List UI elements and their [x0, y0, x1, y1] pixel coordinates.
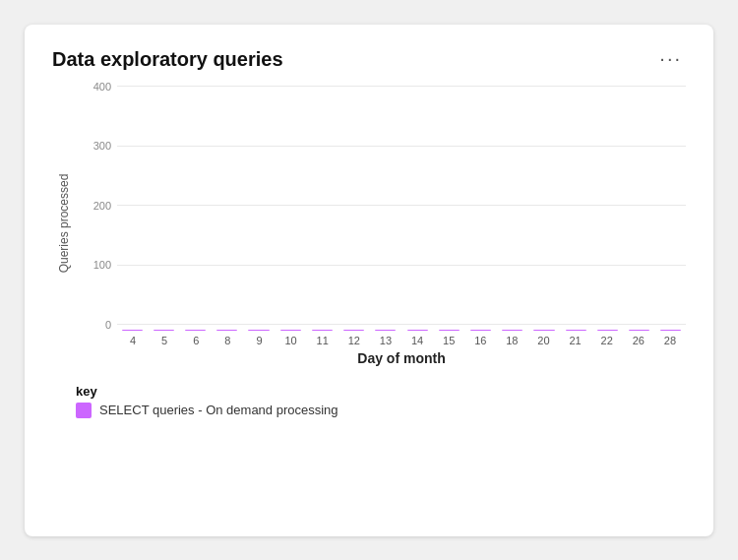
bar-col [276, 330, 305, 331]
bar [597, 330, 618, 331]
x-tick-label: 6 [180, 335, 212, 346]
bar-col [402, 330, 432, 331]
bar [470, 330, 491, 331]
bar [566, 330, 586, 331]
bar-col [180, 330, 210, 331]
x-tick-label: 13 [370, 335, 401, 346]
bar [185, 330, 206, 331]
chart-card: Data exploratory queries ··· Queries pro… [25, 25, 713, 536]
bar [439, 330, 460, 331]
bar-col [149, 330, 178, 331]
chart-grid: 4003002001000 [80, 81, 686, 331]
bar-col [529, 330, 559, 331]
chart-area: Queries processed 4003002001000 45689101… [52, 81, 686, 366]
bar [502, 330, 523, 331]
x-tick-label: 16 [464, 335, 496, 346]
y-axis-label: Queries processed [57, 173, 71, 273]
x-tick-label: 10 [276, 335, 307, 346]
bar-col [434, 330, 463, 331]
bar-col [339, 330, 369, 331]
bar [312, 330, 333, 331]
legend-label: SELECT queries - On demand processing [99, 403, 338, 417]
bar [216, 330, 237, 331]
bar-col [656, 330, 686, 331]
legend-key-label: key [76, 384, 686, 399]
bar-col [561, 330, 590, 331]
card-header: Data exploratory queries ··· [52, 48, 686, 71]
bar-col [498, 330, 527, 331]
bar-col [117, 330, 147, 331]
x-tick-label: 9 [243, 335, 275, 346]
y-tick-label: 400 [80, 81, 111, 93]
y-axis-label-wrap: Queries processed [52, 81, 76, 366]
bar [154, 330, 174, 331]
bar [280, 330, 301, 331]
bar-col [213, 330, 242, 331]
x-tick-label: 22 [591, 335, 623, 346]
x-axis: 4568910111213141516182021222628 [117, 335, 686, 346]
bar [660, 330, 681, 331]
x-tick-label: 4 [117, 335, 149, 346]
bar [375, 330, 396, 331]
card-title: Data exploratory queries [52, 48, 283, 71]
x-tick-label: 21 [560, 335, 591, 346]
x-tick-label: 11 [307, 335, 338, 346]
bars-container [117, 81, 686, 331]
legend-swatch [76, 403, 92, 418]
bar [122, 330, 143, 331]
y-tick-label: 0 [80, 319, 111, 331]
y-tick-label: 100 [80, 259, 111, 271]
x-tick-label: 26 [623, 335, 654, 346]
bar-col [592, 330, 622, 331]
y-tick-label: 300 [80, 140, 111, 152]
x-tick-label: 14 [401, 335, 433, 346]
bar-col [307, 330, 337, 331]
bar-col [465, 330, 495, 331]
bar [533, 330, 554, 331]
bar-col [625, 330, 654, 331]
x-axis-title: Day of month [117, 350, 686, 366]
bar-col [371, 330, 400, 331]
bar [343, 330, 364, 331]
legend-item: SELECT queries - On demand processing [76, 403, 686, 418]
chart-inner: 4003002001000 45689101112131415161820212… [80, 81, 686, 366]
bar-col [244, 330, 274, 331]
x-tick-label: 5 [149, 335, 180, 346]
bar [629, 330, 649, 331]
bar [248, 330, 269, 331]
x-tick-label: 18 [496, 335, 527, 346]
x-tick-label: 28 [654, 335, 686, 346]
x-tick-label: 15 [433, 335, 464, 346]
legend: key SELECT queries - On demand processin… [76, 384, 686, 418]
x-tick-label: 20 [527, 335, 559, 346]
bar [407, 330, 428, 331]
x-tick-label: 8 [212, 335, 243, 346]
x-tick-label: 12 [338, 335, 370, 346]
y-tick-label: 200 [80, 200, 111, 212]
more-options-button[interactable]: ··· [655, 48, 686, 68]
